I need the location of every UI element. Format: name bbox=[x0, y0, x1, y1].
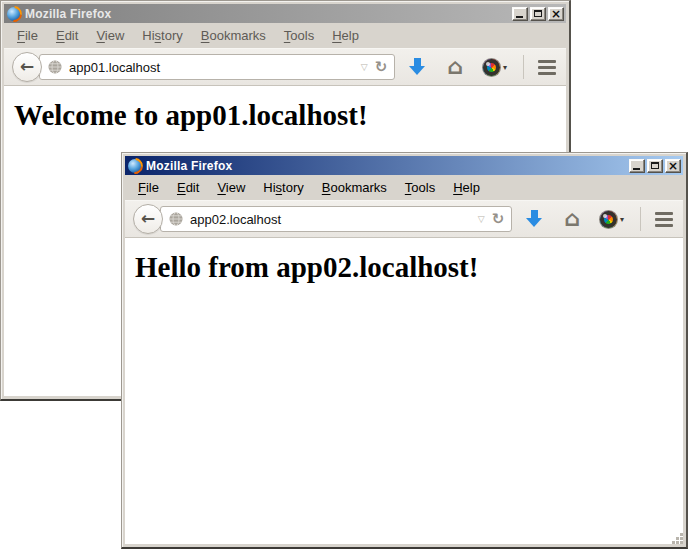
home-button[interactable]: ⌂ bbox=[564, 208, 580, 230]
app-menu-button[interactable] bbox=[538, 60, 556, 75]
url-bar[interactable]: app02.localhost ▽ ↻ bbox=[160, 206, 512, 232]
window-title: Mozilla Firefox bbox=[25, 7, 512, 21]
page-content: Hello from app02.localhost! bbox=[125, 238, 683, 544]
menu-history[interactable]: History bbox=[133, 26, 191, 45]
menu-view[interactable]: View bbox=[87, 26, 133, 45]
close-icon: × bbox=[668, 161, 678, 171]
maximize-button[interactable] bbox=[530, 7, 546, 21]
toolbar-separator bbox=[640, 207, 641, 231]
minimize-icon bbox=[633, 168, 640, 170]
app-menu-button[interactable] bbox=[655, 212, 673, 227]
back-button[interactable]: ← bbox=[12, 52, 42, 82]
menu-edit[interactable]: Edit bbox=[168, 178, 208, 197]
menu-edit[interactable]: Edit bbox=[47, 26, 87, 45]
url-text[interactable]: app02.localhost bbox=[190, 212, 471, 227]
download-arrow-icon bbox=[409, 66, 425, 75]
reload-button[interactable]: ↻ bbox=[492, 212, 505, 227]
url-dropdown-icon[interactable]: ▽ bbox=[361, 62, 368, 72]
close-button[interactable]: × bbox=[665, 159, 681, 173]
titlebar[interactable]: Mozilla Firefox × bbox=[4, 4, 566, 23]
maximize-icon bbox=[534, 10, 542, 17]
reload-button[interactable]: ↻ bbox=[375, 60, 388, 75]
firefox-icon bbox=[7, 7, 21, 21]
firefox-icon bbox=[128, 159, 142, 173]
menu-bar: File Edit View History Bookmarks Tools H… bbox=[4, 23, 566, 48]
menu-view[interactable]: View bbox=[208, 178, 254, 197]
page-heading: Hello from app02.localhost! bbox=[135, 251, 683, 284]
minimize-icon bbox=[516, 16, 523, 18]
chevron-down-icon: ▾ bbox=[503, 63, 507, 72]
url-dropdown-icon[interactable]: ▽ bbox=[478, 214, 485, 224]
back-arrow-icon: ← bbox=[20, 58, 34, 75]
menu-file[interactable]: File bbox=[8, 26, 47, 45]
firefox-window-app02: Mozilla Firefox × File Edit View History… bbox=[121, 152, 688, 549]
navigation-toolbar: ← app01.localhost ▽ ↻ ⌂ ▾ bbox=[4, 48, 566, 86]
addon-button[interactable]: ▾ bbox=[600, 211, 624, 228]
maximize-button[interactable] bbox=[647, 159, 663, 173]
titlebar[interactable]: Mozilla Firefox × bbox=[125, 156, 683, 175]
menu-history[interactable]: History bbox=[254, 178, 312, 197]
menu-file[interactable]: File bbox=[129, 178, 168, 197]
download-button[interactable] bbox=[409, 58, 426, 76]
menu-bookmarks[interactable]: Bookmarks bbox=[313, 178, 396, 197]
minimize-button[interactable] bbox=[512, 7, 528, 21]
addon-lens-icon bbox=[600, 211, 617, 228]
page-heading: Welcome to app01.localhost! bbox=[14, 99, 566, 132]
home-button[interactable]: ⌂ bbox=[447, 56, 463, 78]
menu-tools[interactable]: Tools bbox=[396, 178, 444, 197]
back-arrow-icon: ← bbox=[141, 210, 155, 227]
resize-grip[interactable] bbox=[671, 532, 683, 544]
toolbar-separator bbox=[523, 55, 524, 79]
menu-help[interactable]: Help bbox=[323, 26, 368, 45]
globe-icon bbox=[169, 212, 183, 226]
menu-bookmarks[interactable]: Bookmarks bbox=[192, 26, 275, 45]
menu-help[interactable]: Help bbox=[444, 178, 489, 197]
download-button[interactable] bbox=[526, 210, 543, 228]
addon-button[interactable]: ▾ bbox=[483, 59, 507, 76]
download-arrow-icon bbox=[526, 218, 542, 227]
back-button[interactable]: ← bbox=[133, 204, 163, 234]
close-icon: × bbox=[551, 9, 561, 19]
url-bar[interactable]: app01.localhost ▽ ↻ bbox=[39, 54, 395, 80]
addon-lens-icon bbox=[483, 59, 500, 76]
chevron-down-icon: ▾ bbox=[620, 215, 624, 224]
menu-tools[interactable]: Tools bbox=[275, 26, 323, 45]
minimize-button[interactable] bbox=[629, 159, 645, 173]
menu-bar: File Edit View History Bookmarks Tools H… bbox=[125, 175, 683, 200]
navigation-toolbar: ← app02.localhost ▽ ↻ ⌂ ▾ bbox=[125, 200, 683, 238]
globe-icon bbox=[48, 60, 62, 74]
desktop: Mozilla Firefox × File Edit View History… bbox=[0, 0, 688, 551]
maximize-icon bbox=[651, 162, 659, 169]
url-text[interactable]: app01.localhost bbox=[69, 60, 354, 75]
close-button[interactable]: × bbox=[548, 7, 564, 21]
window-title: Mozilla Firefox bbox=[146, 159, 629, 173]
